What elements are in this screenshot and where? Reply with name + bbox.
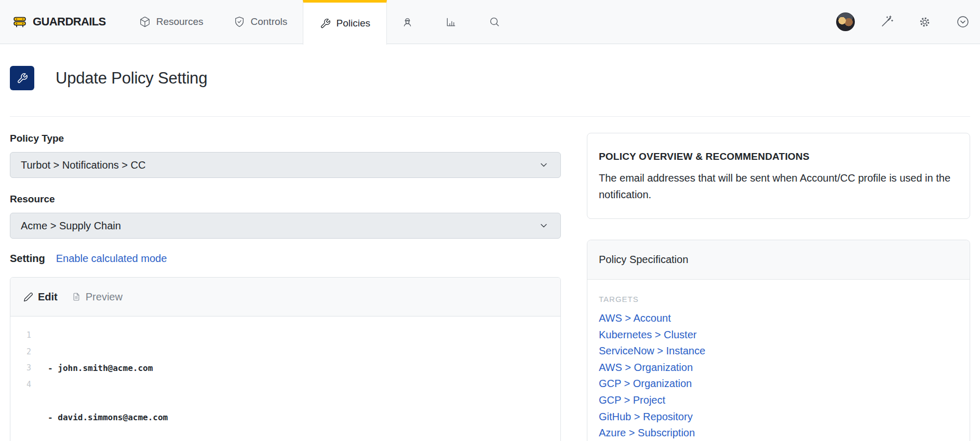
resource-select[interactable]: Acme > Supply Chain xyxy=(10,213,561,239)
search-button[interactable] xyxy=(481,9,507,35)
target-link[interactable]: AWS > Organization xyxy=(599,360,958,376)
targets-list: AWS > Account Kubernetes > Cluster Servi… xyxy=(599,310,958,441)
code-line: - john.smith@acme.com xyxy=(48,360,173,377)
document-icon xyxy=(72,292,81,301)
wrench-icon xyxy=(320,18,331,29)
editor-tab-preview[interactable]: Preview xyxy=(72,291,123,303)
wrench-icon xyxy=(17,73,28,84)
line-number: 2 xyxy=(10,344,31,361)
cube-icon xyxy=(139,16,151,27)
setting-row: Setting Enable calculated mode xyxy=(10,253,561,265)
tab-policies-label: Policies xyxy=(337,18,370,29)
editor-tab-preview-label: Preview xyxy=(86,291,123,303)
target-link[interactable]: Kubernetes > Cluster xyxy=(599,327,958,343)
policy-overview-panel: POLICY OVERVIEW & RECOMMENDATIONS The em… xyxy=(587,133,970,219)
avatar[interactable] xyxy=(836,12,855,31)
target-link[interactable]: GCP > Project xyxy=(599,392,958,409)
brand-logo[interactable]: GUARDRAILS xyxy=(12,15,106,29)
shield-check-icon xyxy=(234,16,245,27)
policy-type-value: Turbot > Notifications > CC xyxy=(21,159,145,171)
settings-gear-icon xyxy=(918,16,931,29)
policy-form: Policy Type Turbot > Notifications > CC … xyxy=(10,133,561,441)
setting-editor: Edit Preview 1 xyxy=(10,277,561,441)
target-link[interactable]: ServiceNow > Instance xyxy=(599,343,958,360)
policy-type-label: Policy Type xyxy=(10,133,64,144)
navbar-right-group xyxy=(836,12,970,31)
line-number-gutter: 1 2 3 4 xyxy=(10,327,31,441)
title-divider xyxy=(10,116,970,117)
permissions-icon xyxy=(401,16,413,28)
reports-button[interactable] xyxy=(438,9,464,35)
tab-controls[interactable]: Controls xyxy=(234,16,288,27)
policy-title-icon-badge xyxy=(10,66,34,90)
tab-controls-label: Controls xyxy=(251,16,288,27)
status-button[interactable] xyxy=(956,15,970,29)
page-content: Update Policy Setting Policy Type Turbot… xyxy=(0,66,980,441)
settings-button[interactable] xyxy=(918,16,931,29)
code-line: - david.simmons@acme.com xyxy=(48,409,173,426)
policy-specification-header: Policy Specification xyxy=(587,240,970,280)
resource-value: Acme > Supply Chain xyxy=(21,220,121,232)
page-title: Update Policy Setting xyxy=(56,69,207,88)
policy-overview-title: POLICY OVERVIEW & RECOMMENDATIONS xyxy=(599,151,958,162)
tab-resources[interactable]: Resources xyxy=(139,16,204,27)
enable-calculated-mode-link[interactable]: Enable calculated mode xyxy=(56,253,167,265)
line-number: 4 xyxy=(10,377,31,393)
permissions-button[interactable] xyxy=(394,9,420,35)
right-sidebar: POLICY OVERVIEW & RECOMMENDATIONS The em… xyxy=(587,133,970,441)
status-chevron-icon xyxy=(956,15,970,29)
brand-name: GUARDRAILS xyxy=(33,15,106,29)
editor-tabs: Edit Preview xyxy=(10,278,560,316)
target-link[interactable]: GitHub > Repository xyxy=(599,409,958,425)
target-link[interactable]: AWS > Account xyxy=(599,310,958,327)
chevron-down-icon xyxy=(539,160,549,170)
policy-type-select[interactable]: Turbot > Notifications > CC xyxy=(10,152,561,178)
policy-overview-description: The email addresses that will be sent wh… xyxy=(599,170,958,203)
target-link[interactable]: GCP > Organization xyxy=(599,376,958,392)
line-number: 1 xyxy=(10,327,31,344)
editor-tab-edit[interactable]: Edit xyxy=(23,291,58,303)
resource-label: Resource xyxy=(10,194,561,205)
reports-icon xyxy=(445,16,457,28)
target-link[interactable]: Azure > Subscription xyxy=(599,425,958,441)
code-lines: - john.smith@acme.com - david.simmons@ac… xyxy=(48,327,173,441)
quick-actions-button[interactable] xyxy=(880,15,893,29)
wand-icon xyxy=(880,15,893,29)
tab-policies[interactable]: Policies xyxy=(303,0,387,45)
policy-specification-panel: Policy Specification TARGETS AWS > Accou… xyxy=(587,240,970,441)
title-row: Update Policy Setting xyxy=(10,66,970,90)
search-icon xyxy=(489,16,500,27)
editor-tab-edit-label: Edit xyxy=(38,291,58,303)
policy-specification-body: TARGETS AWS > Account Kubernetes > Clust… xyxy=(587,280,970,441)
code-editor[interactable]: 1 2 3 4 - john.smith@acme.com - david.si… xyxy=(10,316,560,441)
guardrails-logo-icon xyxy=(12,15,27,29)
line-number: 3 xyxy=(10,360,31,377)
targets-section-label: TARGETS xyxy=(599,295,958,304)
tab-resources-label: Resources xyxy=(156,16,204,27)
setting-label: Setting xyxy=(10,253,45,265)
top-navbar: GUARDRAILS Resources Controls Policies xyxy=(0,0,980,44)
chevron-down-icon xyxy=(539,220,549,231)
pencil-icon xyxy=(23,292,33,302)
